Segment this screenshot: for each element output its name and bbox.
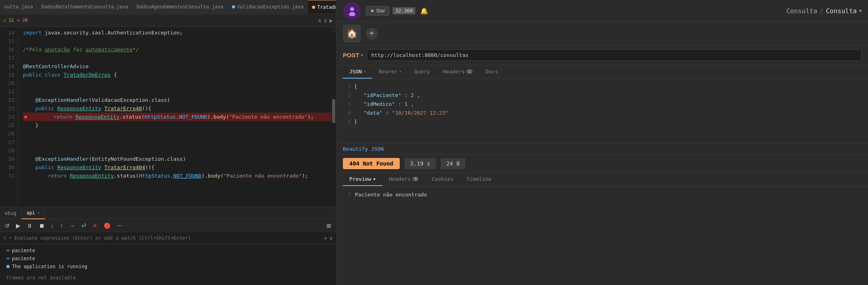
resp-tab-timeline-label: Timeline: [466, 176, 491, 182]
debug-tab-debug[interactable]: ebug: [0, 207, 22, 219]
req-tab-json-arrow: ▾: [363, 69, 366, 74]
debug-clear-btn[interactable]: ✕: [91, 222, 99, 230]
debug-expand-panel-btn[interactable]: ⊞: [325, 222, 333, 230]
collapse-icon[interactable]: ∧: [318, 17, 321, 24]
req-tab-bearer[interactable]: Bearer ▾: [372, 65, 408, 79]
req-tab-headers[interactable]: Headers 1: [436, 65, 479, 79]
remove-watch-icon[interactable]: ∨: [330, 235, 333, 241]
debug-tabs: ebug api ✕: [0, 207, 336, 219]
req-tab-json-label: JSON: [349, 69, 362, 75]
code-line: import javax.security.sasl.Authenticatio…: [23, 28, 331, 37]
code-lines: import javax.security.sasl.Authenticatio…: [18, 27, 331, 207]
debug-stop-btn[interactable]: ⏹: [37, 222, 46, 230]
star-button[interactable]: ★ Star: [366, 6, 389, 16]
resp-tab-cookies-label: Cookies: [431, 176, 453, 182]
response-tabs: Preview ▾ Headers 9 Cookies Timeline: [336, 173, 868, 186]
code-line: @ExceptionHandler(ValidacaoException.cla…: [23, 96, 331, 104]
http-panel: ★ Star 32.360 🔔 Consulta / Consulta ▾ 🏠 …: [336, 0, 868, 285]
req-tab-json[interactable]: JSON ▾: [343, 65, 372, 79]
code-line: @RestControllerAdvice: [23, 62, 331, 71]
debug-rerun-btn[interactable]: ↺: [3, 222, 11, 230]
status-badge: 404 Not Found: [343, 158, 400, 169]
breadcrumb: Consulta / Consulta ▾: [786, 7, 862, 15]
notification-bell-icon[interactable]: 🔔: [420, 7, 428, 15]
req-tab-bearer-label: Bearer: [379, 69, 397, 75]
breadcrumb-dropdown-btn[interactable]: ▾: [859, 8, 862, 14]
json-line-3: 3 "idMedico": 1,: [343, 100, 862, 109]
star-area: ★ Star 32.360: [366, 6, 415, 16]
tab-label: DadosDetalhamentoConsulta.java: [41, 4, 128, 10]
scrollbar[interactable]: [331, 27, 336, 207]
breadcrumb-current: Consulta: [826, 7, 857, 15]
debug-tab-close-icon[interactable]: ✕: [38, 210, 40, 215]
tab-label: TratadorDeErros.java: [317, 4, 336, 10]
add-watch-icon[interactable]: +: [324, 235, 327, 241]
tab-dados-detalhamento[interactable]: DadosDetalhamentoConsulta.java: [37, 0, 133, 14]
response-line: 1 Paciente não encontrado: [343, 190, 862, 199]
debug-tab-label: ebug: [5, 210, 16, 216]
side-panel-icon[interactable]: ▶: [330, 17, 333, 24]
error-badge: ✕ 28: [17, 18, 28, 23]
blue-dot-icon: [6, 265, 10, 268]
debug-step-over-btn[interactable]: ↓: [49, 222, 55, 230]
debug-pause-btn[interactable]: ⏸: [25, 222, 34, 230]
resp-tab-headers-label: Headers: [389, 176, 411, 182]
filter-icon: ▽: [3, 235, 6, 241]
req-tab-docs[interactable]: Docs: [479, 65, 504, 79]
debug-step-out-btn[interactable]: →: [68, 222, 77, 230]
code-line: [23, 54, 331, 62]
debug-step-into-btn[interactable]: ↑: [58, 222, 64, 230]
method-button[interactable]: POST ▾: [343, 52, 363, 59]
debug-content: ∞ paciente ∞ paciente The application is…: [0, 244, 336, 285]
resp-tab-headers[interactable]: Headers 9: [383, 173, 425, 186]
req-tab-bearer-arrow: ▾: [399, 69, 401, 74]
req-tab-query[interactable]: Query: [408, 65, 436, 79]
expand-icon[interactable]: ∨: [324, 17, 327, 24]
tab-dados-agendamentos[interactable]: DadosAgendamentosConsulta.java: [133, 0, 228, 14]
code-line: @ExceptionHandler(EntityNotFoundExceptio…: [23, 155, 331, 163]
req-tab-query-label: Query: [414, 69, 430, 75]
debug-expression-input[interactable]: [14, 235, 321, 241]
url-input[interactable]: [367, 49, 862, 61]
response-time: 3.19 s: [405, 158, 436, 169]
debug-running-label: The application is running: [12, 263, 87, 271]
code-editor[interactable]: 14 15 16 17 18 19 20 21 22 23 24 25 26 2…: [0, 27, 336, 207]
svg-point-0: [350, 7, 354, 11]
code-line: [23, 87, 331, 96]
resp-tab-cookies[interactable]: Cookies: [425, 173, 460, 186]
code-line: public class TratadorDeErros {: [23, 71, 331, 79]
debug-tab-api[interactable]: api ✕: [22, 207, 45, 219]
url-bar: POST ▾: [336, 45, 868, 65]
debug-more-btn[interactable]: ⋯: [115, 222, 124, 230]
tab-sulta[interactable]: sulta.java: [0, 0, 37, 14]
debug-tab-api-label: api: [26, 210, 35, 216]
add-request-btn[interactable]: +: [366, 28, 378, 40]
code-line: return ResponseEntity.status(HttpStatus.…: [23, 172, 331, 180]
tab-tratador[interactable]: TratadorDeErros.java ✕ ⋯: [308, 0, 336, 14]
debug-run-to-cursor-btn[interactable]: ⏎: [80, 222, 88, 230]
code-line: public ResponseEntity TratarErro404(){: [23, 163, 331, 172]
req-tab-headers-label: Headers: [443, 69, 465, 75]
code-line: public ResponseEntity TratarErro40(){: [23, 104, 331, 113]
tab-label: sulta.java: [4, 4, 33, 10]
resp-tab-preview-label: Preview: [349, 176, 371, 182]
debug-breakpoints-btn[interactable]: 🔴: [102, 222, 112, 230]
json-body[interactable]: 1 { 2 "idPaciente": 2, 3 "idMedico": 1, …: [336, 79, 868, 143]
filter-arrow-icon: ▾: [9, 235, 12, 241]
debug-run-btn[interactable]: ▶: [14, 222, 22, 230]
tab-validacao[interactable]: ValidacaoException.java: [228, 0, 308, 14]
resp-tab-preview[interactable]: Preview ▾: [343, 173, 383, 186]
code-line: /*Pela anotação faz automaticamente*/: [23, 45, 331, 54]
debug-panel: ebug api ✕ ↺ ▶ ⏸ ⏹ ↓ ↑ → ⏎ ✕ 🔴 ⋯ ⊞ ▽ ▾: [0, 207, 336, 285]
resp-tab-timeline[interactable]: Timeline: [460, 173, 498, 186]
debug-item-paciente-2: ∞ paciente: [6, 255, 330, 263]
method-label: POST: [343, 52, 359, 59]
response-status-bar: 404 Not Found 3.19 s 24 B: [336, 154, 868, 173]
response-size: 24 B: [441, 158, 465, 169]
home-icon: 🏠: [343, 24, 361, 42]
code-line: [23, 138, 331, 146]
beautify-bar: Beautify JSON: [336, 143, 868, 154]
code-line-highlighted: ● return ResponseEntity.status(HttpStatu…: [23, 113, 331, 121]
debug-toolbar: ↺ ▶ ⏸ ⏹ ↓ ↑ → ⏎ ✕ 🔴 ⋯ ⊞: [0, 219, 336, 232]
beautify-label[interactable]: Beautify JSON: [343, 146, 384, 152]
